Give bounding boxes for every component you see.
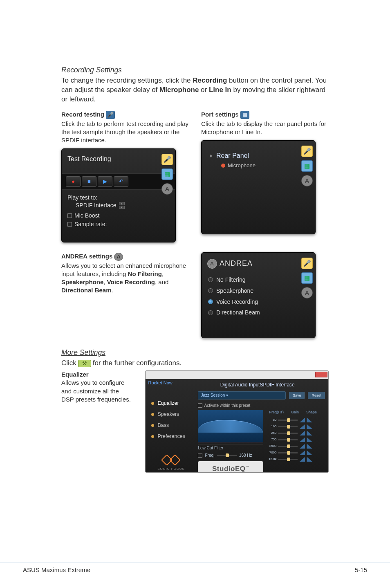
config-icon: ⚒	[78, 360, 91, 367]
eq-band-shape-icon[interactable]	[299, 444, 305, 449]
nav-dot-icon	[151, 435, 154, 438]
andrea-panel: A ANDREA No FilteringSpeakerphoneVoice R…	[201, 252, 316, 338]
eq-band-shape-icon[interactable]	[299, 437, 305, 442]
eq-band-shape-icon[interactable]	[299, 457, 305, 462]
nav-dot-icon	[151, 402, 154, 405]
more-click-pre: Click	[61, 359, 76, 368]
eq-band-shape2-icon[interactable]	[307, 431, 312, 435]
eq-band-shape-icon[interactable]	[299, 431, 305, 435]
eq-band-freq: 250	[267, 431, 276, 435]
spdif-interface-label: SPDIF Interface	[76, 202, 117, 209]
rear-panel: ▶ Rear Panel Microphone 🎤 ▦ A	[201, 140, 316, 234]
eq-lowcut-hz: 160 Hz	[239, 453, 252, 458]
andrea-b4: Directional Beam	[61, 287, 112, 294]
play-test-to-label: Play test to:	[67, 194, 170, 202]
rear-panel-microphone: Microphone	[228, 162, 256, 169]
transport-bar: ● ■ ▶ ↶	[62, 173, 175, 190]
eq-band-gain-slider[interactable]	[278, 452, 298, 453]
radio-icon	[208, 288, 213, 293]
eq-band-gain-slider[interactable]	[278, 420, 298, 421]
eq-band-row: 80	[267, 417, 325, 423]
eq-lowcut-checkbox[interactable]	[198, 453, 202, 458]
footer-right: 5-15	[355, 566, 367, 573]
eq-band-gain-slider[interactable]	[278, 446, 298, 447]
record-testing-title: Record testing	[61, 110, 104, 119]
eq-band-shape-icon[interactable]	[299, 417, 305, 422]
andrea-side-tab-port[interactable]: ▦	[301, 272, 313, 284]
andrea-logo-icon: A	[207, 259, 217, 269]
mic-boost-checkbox[interactable]	[67, 213, 72, 218]
eq-nav-label: Equalizer	[157, 400, 179, 407]
eq-lowcut-slider[interactable]	[217, 455, 237, 456]
undo-button[interactable]: ↶	[114, 176, 128, 187]
eq-subtitle: Digital Audio InputSPDIF Interface	[186, 379, 328, 390]
eq-band-freq: 12.8k	[267, 457, 276, 462]
eq-band-shape-icon[interactable]	[299, 450, 305, 455]
eq-save-button[interactable]: Save	[289, 392, 305, 399]
more-settings-click-line: Click ⚒ for the further configurations.	[61, 359, 329, 368]
eq-band-shape2-icon[interactable]	[307, 424, 312, 429]
andrea-option[interactable]: No Filtering	[208, 274, 309, 285]
side-tab-port[interactable]: ▦	[161, 168, 173, 180]
eq-band-shape2-icon[interactable]	[307, 437, 312, 442]
andrea-side-tab-andrea[interactable]: A	[301, 287, 313, 298]
rear-side-tab-andrea[interactable]: A	[301, 175, 313, 186]
eq-reset-button[interactable]: Reset	[308, 392, 325, 399]
side-tab-andrea[interactable]: A	[161, 183, 173, 195]
intro-text-3: or	[199, 86, 209, 94]
eq-band-gain-slider[interactable]	[278, 439, 298, 440]
eq-activate-checkbox[interactable]	[198, 403, 202, 408]
eq-band-gain-slider[interactable]	[278, 433, 298, 434]
record-button[interactable]: ●	[66, 176, 81, 187]
eq-nav: EqualizerSpeakersBassPreferences SONIC F…	[146, 390, 195, 473]
eq-nav-item[interactable]: Equalizer	[151, 398, 191, 409]
port-settings-title: Port settings	[201, 110, 239, 119]
andrea-side-tabs: 🎤 ▦ A	[301, 258, 314, 298]
sonic-focus-label: SONIC FOCUS	[157, 467, 185, 471]
microphone-port-dot-icon	[221, 164, 225, 168]
andrea-option[interactable]: Speakerphone	[208, 285, 309, 296]
equalizer-title: Equalizer	[61, 370, 133, 379]
eq-nav-item[interactable]: Bass	[151, 420, 191, 431]
eq-band-shape2-icon[interactable]	[307, 417, 312, 422]
eq-band-gain-slider[interactable]	[278, 459, 298, 460]
andrea-settings-desc: Allows you to select an enhanced microph…	[61, 262, 189, 295]
mic-tab-icon: 🎤	[106, 111, 115, 119]
nav-dot-icon	[151, 424, 154, 427]
eq-nav-item[interactable]: Preferences	[151, 431, 191, 442]
radio-icon	[208, 310, 213, 315]
close-button[interactable]	[315, 372, 327, 377]
andrea-option-label: No Filtering	[216, 276, 246, 284]
andrea-option[interactable]: Voice Recording	[208, 296, 309, 307]
side-tab-mic[interactable]: 🎤	[161, 154, 173, 165]
recording-settings-heading: Recording Settings	[61, 65, 329, 75]
eq-band-shape2-icon[interactable]	[307, 444, 312, 449]
test-recording-body: Play test to: SPDIF Interface ▴▾ Mic Boo…	[62, 190, 175, 232]
rear-panel-expand-icon[interactable]: ▶	[210, 153, 213, 159]
play-button[interactable]: ▶	[98, 176, 112, 187]
eq-band-shape2-icon[interactable]	[307, 450, 312, 455]
sample-rate-checkbox[interactable]	[67, 222, 72, 227]
andrea-tab-icon: A	[114, 253, 123, 261]
eq-band-gain-slider[interactable]	[278, 426, 298, 427]
eq-main: Jazz Session ▾ Save Reset Activate withi…	[195, 390, 328, 473]
eq-lowcut-freq-label: Freq.	[205, 453, 214, 458]
mic-boost-label: Mic Boost	[74, 212, 99, 220]
stop-button[interactable]: ■	[82, 176, 96, 187]
andrea-option[interactable]: Directional Beam	[208, 307, 309, 318]
spdif-spinner[interactable]: ▴▾	[119, 202, 125, 209]
eq-header-gain: Gain	[291, 410, 299, 415]
eq-header-freq: Freq(Hz)	[269, 410, 284, 415]
andrea-s1: ,	[162, 270, 164, 277]
eq-band-shape2-icon[interactable]	[307, 457, 312, 462]
andrea-side-tab-mic[interactable]: 🎤	[301, 258, 313, 269]
sonic-focus-logo-icon	[159, 454, 183, 466]
eq-rocket-label: Rocket Now	[148, 380, 172, 386]
rear-panel-side-tabs: 🎤 ▦ A	[301, 146, 314, 186]
rear-side-tab-mic[interactable]: 🎤	[301, 146, 313, 157]
eq-preset-select[interactable]: Jazz Session ▾	[198, 391, 285, 399]
rear-side-tab-port[interactable]: ▦	[301, 160, 313, 172]
eq-band-shape-icon[interactable]	[299, 424, 305, 429]
eq-nav-item[interactable]: Speakers	[151, 409, 191, 420]
andrea-suffix: .	[112, 287, 113, 294]
